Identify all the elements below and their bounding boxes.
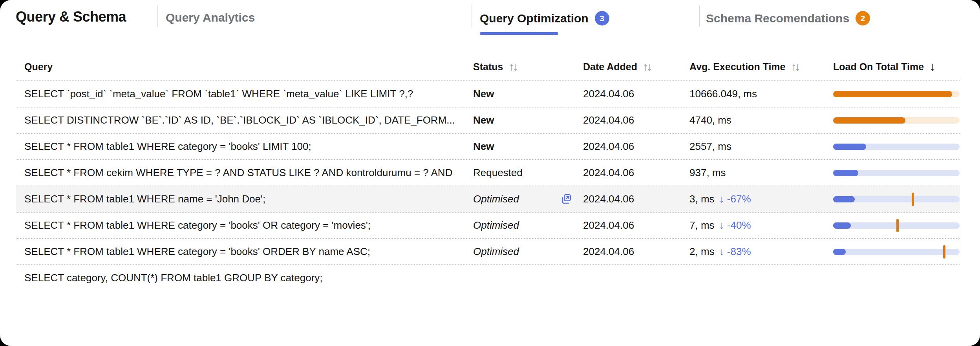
tab-schema-recomendations[interactable]: Schema Recomendations 2 (706, 11, 870, 25)
count-badge: 3 (595, 11, 609, 25)
avg-time-value: 2557, ms (689, 140, 731, 153)
page-title: Query & Schema (16, 9, 126, 25)
query-schema-panel: Query & Schema Query Analytics Query Opt… (0, 0, 980, 346)
column-header-date-added[interactable]: Date Added ↑↓ (583, 60, 689, 73)
status-text: Optimised (473, 193, 519, 205)
query-text: SELECT * FROM table1 WHERE category = 'b… (16, 140, 473, 153)
table-body: SELECT `post_id` `meta_value` FROM `tabl… (16, 81, 960, 291)
status-text: Requested (473, 167, 523, 179)
tab-divider (472, 5, 472, 27)
load-bar (833, 196, 960, 202)
date-added: 2024.04.06 (583, 246, 689, 258)
load-bar-fill (833, 144, 866, 150)
avg-time-value: 4740, ms (689, 114, 731, 126)
load-bar-previous-marker (896, 219, 899, 232)
load-bar-previous-marker (943, 245, 945, 259)
tab-query-optimization[interactable]: Query Optimization 3 (480, 11, 609, 25)
sort-desc-icon[interactable]: ↓ (929, 60, 938, 74)
tab-label: Schema Recomendations (706, 12, 849, 25)
load-bar-fill (833, 196, 855, 202)
avg-time-value: 10666.049, ms (689, 88, 757, 100)
load-bar-previous-marker (912, 193, 914, 206)
status-text: New (473, 88, 494, 100)
status-text: Optimised (473, 246, 519, 258)
avg-time-value: 3, ms (689, 193, 715, 205)
table-row[interactable]: SELECT `post_id` `meta_value` FROM `tabl… (16, 81, 960, 107)
status-text: New (473, 140, 494, 153)
tab-query-analytics[interactable]: Query Analytics (166, 11, 255, 24)
table-row[interactable]: SELECT category, COUNT(*) FROM table1 GR… (16, 265, 960, 291)
tab-label: Query Analytics (166, 11, 255, 24)
query-text: SELECT `post_id` `meta_value` FROM `tabl… (16, 88, 473, 100)
improvement-percent: ↓ -67% (719, 193, 751, 205)
table-row[interactable]: SELECT * FROM table1 WHERE category = 'b… (16, 239, 960, 265)
query-text: SELECT * FROM table1 WHERE category = 'b… (16, 219, 473, 231)
count-badge: 2 (856, 11, 870, 25)
tab-label: Query Optimization (480, 12, 589, 25)
date-added: 2024.04.06 (583, 140, 689, 153)
date-added: 2024.04.06 (583, 219, 689, 231)
column-header-load-on-total-time[interactable]: Load On Total Time ↓ (833, 60, 960, 74)
improvement-percent: ↓ -40% (719, 219, 751, 231)
table-row[interactable]: SELECT * FROM table1 WHERE name = 'John … (16, 186, 960, 213)
table-row[interactable]: SELECT DISTINCTROW `BE`.`ID` AS ID, `BE`… (16, 107, 960, 134)
active-tab-underline (480, 32, 558, 35)
status-text: New (473, 114, 494, 126)
load-bar-fill (833, 91, 952, 97)
date-added: 2024.04.06 (583, 193, 689, 205)
column-header-query: Query (16, 61, 473, 73)
query-text: SELECT category, COUNT(*) FROM table1 GR… (16, 272, 473, 284)
status-text: Optimised (473, 219, 519, 231)
sort-updown-icon[interactable]: ↑↓ (643, 60, 652, 73)
date-added: 2024.04.06 (583, 167, 689, 179)
table-row[interactable]: SELECT * FROM table1 WHERE category = 'b… (16, 213, 960, 239)
avg-time-value: 2, ms (689, 246, 715, 258)
query-text: SELECT * FROM cekim WHERE TYPE = ? AND S… (16, 167, 473, 179)
load-bar-fill (833, 222, 851, 229)
date-added: 2024.04.06 (583, 114, 689, 126)
load-bar-fill (833, 249, 846, 255)
load-bar-fill (833, 117, 905, 124)
query-text: SELECT * FROM table1 WHERE category = 'b… (16, 246, 473, 258)
tab-divider (157, 5, 158, 27)
load-bar (833, 91, 960, 97)
load-bar (833, 170, 960, 176)
load-bar (833, 249, 960, 255)
column-header-status[interactable]: Status ↑↓ (473, 60, 583, 73)
improvement-percent: ↓ -83% (719, 246, 751, 258)
column-header-avg-execution-time[interactable]: Avg. Execution Time ↑↓ (689, 60, 833, 73)
tab-divider (699, 5, 700, 27)
query-text: SELECT * FROM table1 WHERE name = 'John … (16, 193, 473, 205)
date-added: 2024.04.06 (583, 88, 689, 100)
avg-time-value: 937, ms (689, 167, 726, 179)
launch-icon[interactable] (559, 193, 573, 206)
load-bar (833, 222, 960, 229)
sort-updown-icon[interactable]: ↑↓ (508, 60, 518, 73)
table-row[interactable]: SELECT * FROM table1 WHERE category = 'b… (16, 134, 960, 160)
sort-updown-icon[interactable]: ↑↓ (791, 60, 801, 73)
load-bar (833, 117, 960, 124)
load-bar (833, 144, 960, 150)
avg-time-value: 7, ms (689, 219, 715, 231)
load-bar-fill (833, 170, 858, 176)
query-text: SELECT DISTINCTROW `BE`.`ID` AS ID, `BE`… (16, 114, 473, 126)
table-header: Query Status ↑↓ Date Added ↑↓ Avg. Execu… (16, 53, 960, 81)
table-row[interactable]: SELECT * FROM cekim WHERE TYPE = ? AND S… (16, 160, 960, 186)
